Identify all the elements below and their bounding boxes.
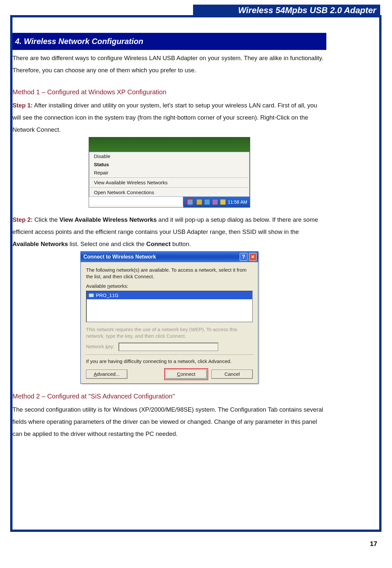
figure-systray-menu: Disable Status Repair View Available Wir… bbox=[89, 137, 250, 208]
clock: 11:58 AM bbox=[228, 200, 247, 204]
figure-connect-dialog: Connect to Wireless Network ? × The foll… bbox=[80, 251, 258, 384]
system-tray: 11:58 AM bbox=[183, 197, 250, 207]
dialog-title: Connect to Wireless Network bbox=[83, 252, 156, 262]
intro-text: There are two different ways to configur… bbox=[12, 52, 326, 76]
network-item[interactable]: PRO_11G bbox=[87, 291, 252, 299]
available-networks-list[interactable]: PRO_11G bbox=[86, 291, 253, 322]
method2-text: The second configuration utility is for … bbox=[12, 403, 326, 440]
product-header: Wireless 54Mpbs USB 2.0 Adapter bbox=[238, 5, 376, 15]
network-key-label: Network key: bbox=[86, 343, 253, 351]
dialog-separator bbox=[85, 354, 253, 355]
method1-step1: Step 1: After installing driver and util… bbox=[12, 99, 326, 136]
step2-label: Step 2: bbox=[12, 216, 33, 223]
menu-separator bbox=[90, 177, 249, 178]
help-button[interactable]: ? bbox=[240, 253, 248, 261]
advanced-advice: If you are having difficulty connecting … bbox=[86, 358, 253, 365]
method2-title: Method 2 – Configured at "SiS Advanced C… bbox=[12, 390, 326, 403]
tray-icon[interactable] bbox=[204, 199, 210, 205]
close-button[interactable]: × bbox=[249, 253, 257, 261]
menu-item-status[interactable]: Status bbox=[89, 160, 249, 169]
advanced-button[interactable]: Advanced... bbox=[86, 370, 127, 379]
section-title: 4. Wireless Network Configuration bbox=[12, 33, 326, 50]
dialog-titlebar: Connect to Wireless Network ? × bbox=[81, 252, 258, 262]
menu-item-repair[interactable]: Repair bbox=[89, 169, 249, 177]
dialog-description: The following network(s) are available. … bbox=[86, 267, 253, 280]
step1-text: After installing driver and utility on y… bbox=[12, 102, 317, 133]
page-number: 17 bbox=[370, 540, 377, 548]
cancel-button[interactable]: Cancel bbox=[211, 370, 253, 379]
connect-button[interactable]: Connect bbox=[165, 370, 207, 379]
method1-step2: Step 2: Click the View Available Wireles… bbox=[12, 214, 326, 250]
step1-label: Step 1: bbox=[12, 102, 33, 109]
menu-item-open-connections[interactable]: Open Network Connections bbox=[89, 188, 249, 196]
network-icon[interactable] bbox=[187, 199, 193, 205]
menu-item-view-networks[interactable]: View Available Wireless Networks bbox=[89, 178, 249, 187]
tray-icon[interactable] bbox=[212, 199, 218, 205]
network-ssid: PRO_11G bbox=[96, 292, 119, 299]
context-menu: Disable Status Repair View Available Wir… bbox=[89, 152, 250, 197]
highlight-circle bbox=[186, 198, 194, 206]
method1-title: Method 1 – Configured at Windows XP Conf… bbox=[12, 85, 326, 99]
desktop-bg bbox=[89, 137, 250, 152]
menu-item-disable[interactable]: Disable bbox=[89, 152, 249, 160]
menu-separator bbox=[90, 187, 249, 188]
wifi-icon bbox=[89, 293, 94, 297]
wep-note: This network requires the use of a netwo… bbox=[86, 326, 253, 340]
tray-icon[interactable] bbox=[220, 199, 226, 205]
menu-item-label: Open Network Connections bbox=[94, 190, 154, 195]
tray-icon[interactable] bbox=[196, 199, 202, 205]
network-key-input[interactable] bbox=[119, 343, 218, 351]
available-networks-label: Available networks: bbox=[86, 283, 253, 289]
